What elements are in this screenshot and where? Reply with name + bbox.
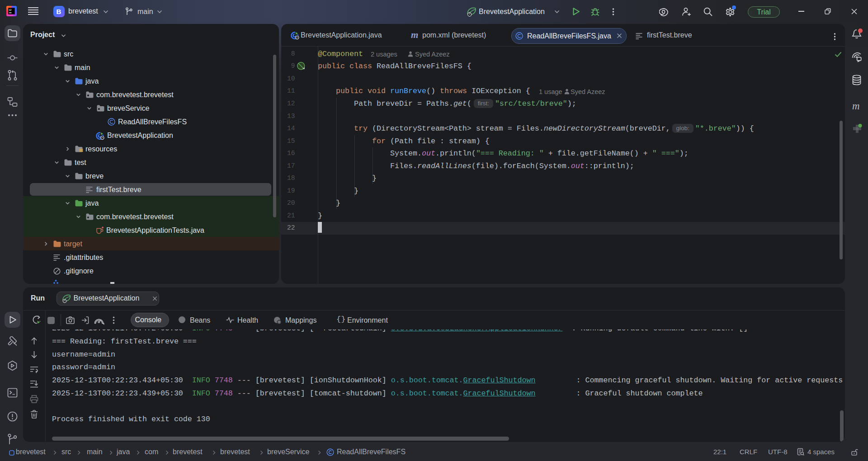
svg-text:IJ: IJ: [9, 9, 11, 11]
